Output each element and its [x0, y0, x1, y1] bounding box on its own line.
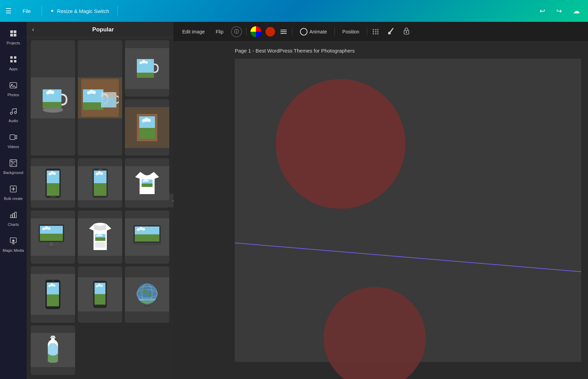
svg-rect-6: [10, 60, 13, 62]
sidebar-bulk-create-label: Bulk create: [4, 196, 23, 201]
menu-lines-button[interactable]: [279, 28, 288, 35]
mockup-item-phone3[interactable]: [31, 266, 75, 323]
laptop-preview: [125, 218, 169, 256]
canvas-background[interactable]: [235, 59, 581, 362]
charts-icon: [9, 211, 17, 221]
svg-point-118: [143, 305, 151, 307]
svg-point-94: [139, 227, 143, 230]
panel-back-button[interactable]: ‹: [32, 26, 34, 33]
edit-image-button[interactable]: Edit image: [179, 27, 208, 37]
hamburger-icon[interactable]: ☰: [5, 7, 12, 15]
svg-rect-0: [10, 30, 13, 33]
position-button[interactable]: Position: [339, 27, 363, 37]
svg-rect-4: [10, 56, 13, 59]
cloud-save-button[interactable]: ☁: [570, 5, 583, 16]
phone-preview: [31, 166, 75, 200]
svg-point-87: [100, 234, 102, 236]
mockup-item-tshirt[interactable]: [125, 158, 169, 208]
page-label: Page 1 - Best WordPress Themes for Photo…: [235, 48, 355, 54]
menu-line1: [281, 30, 287, 30]
svg-point-103: [52, 280, 54, 282]
sidebar-item-projects[interactable]: Projects: [1, 25, 26, 50]
hoodie-preview: [78, 218, 122, 256]
mockup-item-hoodie[interactable]: [78, 210, 122, 263]
svg-point-93: [137, 228, 140, 231]
sidebar-item-charts[interactable]: Charts: [1, 207, 26, 231]
svg-rect-5: [14, 56, 16, 59]
mockup-item-mug-white[interactable]: [31, 40, 75, 156]
grid-button[interactable]: [371, 28, 380, 36]
lock-button[interactable]: [401, 26, 412, 38]
svg-point-108: [96, 285, 98, 287]
record-button[interactable]: [266, 27, 275, 37]
projects-icon: [9, 29, 17, 40]
mug-handle-preview: [125, 48, 169, 89]
tshirt-preview: [125, 166, 169, 200]
svg-rect-84: [95, 237, 105, 241]
svg-rect-60: [51, 196, 56, 197]
mockup-item-globe[interactable]: [125, 266, 169, 323]
svg-point-102: [53, 285, 56, 287]
info-button[interactable]: ⓘ: [231, 26, 242, 37]
photos-icon: [9, 81, 17, 91]
file-button[interactable]: File: [20, 7, 33, 15]
apps-icon: [9, 55, 17, 65]
sidebar-item-audio[interactable]: Audio: [1, 103, 26, 128]
undo-button[interactable]: ↩: [537, 5, 548, 16]
svg-rect-91: [135, 234, 159, 242]
mockup-item-monitor[interactable]: [31, 210, 75, 263]
toolbar-divider3: [246, 28, 246, 36]
sidebar-apps-label: Apps: [9, 67, 17, 71]
svg-point-36: [92, 91, 96, 94]
paintbrush-button[interactable]: [384, 26, 397, 38]
sidebar-item-bulk-create[interactable]: Bulk create: [1, 181, 26, 205]
svg-rect-81: [50, 242, 53, 246]
mockup-item-mug-photo[interactable]: [78, 40, 122, 156]
svg-rect-76: [40, 233, 63, 241]
menu-line3: [281, 33, 287, 34]
mockup-item-phone[interactable]: [31, 158, 75, 208]
top-toolbar: ☰ File ✦ Resize & Magic Switch ↩ ↪ ☁: [0, 0, 588, 22]
sidebar-audio-label: Audio: [9, 119, 18, 123]
mockup-item-bottle[interactable]: [31, 325, 75, 375]
sidebar-item-videos[interactable]: Videos: [1, 129, 26, 154]
animate-label: Animate: [310, 29, 327, 34]
magic-switch-label: Resize & Magic Switch: [57, 8, 109, 14]
svg-rect-2: [10, 34, 13, 37]
flip-button[interactable]: Flip: [212, 27, 227, 37]
menu-line2: [281, 31, 287, 32]
lock-icon: [403, 27, 410, 34]
magic-switch-button[interactable]: ✦ Resize & Magic Switch: [50, 8, 109, 14]
animate-button[interactable]: Animate: [297, 26, 330, 38]
sidebar-item-apps[interactable]: Apps: [1, 51, 26, 76]
sidebar-charts-label: Charts: [8, 222, 19, 227]
mockup-item-phone2[interactable]: [78, 158, 122, 208]
svg-point-52: [147, 119, 151, 122]
mockup-item-frame[interactable]: [125, 99, 169, 156]
svg-rect-7: [14, 60, 16, 62]
canvas-circle-bottom[interactable]: [324, 287, 426, 379]
svg-point-125: [406, 31, 407, 33]
sidebar-item-background[interactable]: Background: [1, 155, 26, 179]
mockup-item-mug-handle[interactable]: [125, 40, 169, 97]
toolbar-divider2: [117, 6, 118, 16]
toolbar-divider5: [334, 28, 335, 36]
videos-icon: [9, 133, 17, 143]
sidebar-item-photos[interactable]: Photos: [1, 77, 26, 102]
sidebar-item-magic-media[interactable]: Magic Media: [1, 233, 26, 257]
color-wheel-button[interactable]: [250, 26, 261, 37]
panel-collapse-button[interactable]: ‹: [169, 194, 173, 207]
sidebar-videos-label: Videos: [8, 145, 19, 149]
svg-point-95: [142, 228, 145, 231]
frame-preview: [125, 107, 169, 148]
mockup-item-laptop[interactable]: [125, 210, 169, 263]
bulk-create-icon: [9, 185, 17, 195]
svg-rect-32: [83, 102, 103, 110]
redo-button[interactable]: ↪: [554, 5, 565, 16]
canvas-circle-main[interactable]: [276, 79, 405, 209]
svg-point-80: [48, 227, 51, 230]
svg-rect-38: [101, 97, 116, 107]
phone3-preview: [31, 274, 75, 315]
svg-point-115: [142, 289, 147, 293]
mockup-item-small-phone[interactable]: [78, 266, 122, 323]
